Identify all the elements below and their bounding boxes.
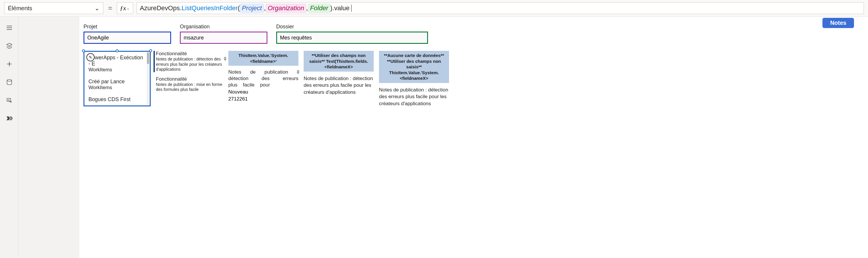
list-item[interactable]: Fonctionnalité Notes de publication : dé… [156, 51, 223, 72]
chevron-down-icon: ⌄ [95, 5, 99, 12]
property-selector[interactable]: Éléments ⌄ [4, 2, 103, 14]
scroll-arrows[interactable] [297, 70, 299, 74]
fx-button[interactable]: ƒx ⌄ [117, 2, 133, 14]
org-field-group: Organisation msazure [180, 24, 268, 44]
gallery-item-title: Bogues CDS First [89, 96, 146, 103]
param-project: Project [240, 4, 264, 12]
folder-label: Dossier [276, 24, 428, 30]
chevron-down-icon: ⌄ [126, 6, 130, 10]
org-label: Organisation [180, 24, 268, 30]
formula-input[interactable]: AzureDevOps.ListQueriesInFolder(Project,… [137, 2, 864, 14]
detail-text: Notes de publication : détection des err… [304, 75, 374, 96]
folder-field-group: Dossier Mes requêtes [276, 24, 428, 44]
status-text: Nouveau [228, 89, 299, 95]
data-icon[interactable] [5, 78, 13, 86]
list-item-sub: Notes de publication : détection des err… [156, 57, 223, 72]
fields-row: Projet OneAgile Organisation msazure Dos… [82, 24, 866, 44]
folder-input[interactable]: Mes requêtes [276, 32, 428, 44]
formula-namespace: AzureDevOps [140, 4, 180, 12]
canvas-area: Notes Projet OneAgile Organisation msazu… [19, 17, 868, 258]
gallery-item-sub: WorkItems [89, 85, 146, 91]
scrollbar-thumb[interactable] [147, 52, 149, 64]
fx-icon: ƒx [120, 4, 126, 12]
list-item-sub: Notes de publication : mise en forme des… [156, 82, 223, 92]
flows-icon[interactable] [5, 114, 13, 122]
tree-view-icon[interactable] [5, 42, 13, 50]
insert-icon[interactable] [5, 60, 13, 68]
gallery-item-sub: WorkItems [89, 67, 146, 73]
formula-bar-row: Éléments ⌄ = ƒx ⌄ AzureDevOps.ListQuerie… [0, 0, 868, 17]
workitems-list: Fonctionnalité Notes de publication : dé… [156, 51, 223, 107]
gallery-item-title: PowerApps - Exécution - E [89, 55, 146, 67]
text-cursor [351, 5, 351, 12]
svg-point-5 [7, 80, 12, 81]
col-header: **Aucune carte de données** **Utiliser d… [379, 51, 449, 83]
edit-icon[interactable]: ✎ [86, 53, 95, 61]
col-header: **Utiliser des champs non saisis** Text(… [304, 51, 374, 71]
resize-handle[interactable] [149, 49, 152, 52]
col-header: ThisItem.Value.'System.<fieldname>' [228, 51, 299, 66]
project-input[interactable]: OneAgile [84, 32, 171, 44]
detail-col-2: **Utiliser des champs non saisis** Text(… [304, 51, 374, 107]
project-field-group: Projet OneAgile [84, 24, 171, 44]
hamburger-icon[interactable] [5, 24, 13, 32]
resize-handle[interactable] [82, 49, 85, 52]
gallery-item[interactable]: Créé par Lance WorkItems [84, 76, 150, 93]
detail-text: Notes de publication : détection des err… [228, 69, 299, 88]
scroll-arrows[interactable] [224, 57, 226, 61]
detail-col-1: ThisItem.Value.'System.<fieldname>' Note… [228, 51, 299, 107]
selected-gallery-wrap: ✎ PowerApps - Exécution - E WorkItems Cr… [84, 51, 151, 107]
param-org: Organization [266, 4, 306, 12]
property-selector-value: Éléments [8, 5, 32, 12]
org-input[interactable]: msazure [180, 32, 268, 44]
notes-button[interactable]: Notes [823, 18, 854, 28]
media-icon[interactable] [5, 96, 13, 104]
id-text: 2712261 [228, 96, 299, 102]
gallery-item-title: Créé par Lance [89, 79, 146, 85]
detail-text: Notes de publication : détection des err… [379, 86, 449, 107]
list-item-title: Fonctionnalité [156, 76, 223, 82]
formula-suffix: .value [333, 4, 350, 12]
svg-rect-6 [7, 98, 10, 102]
gallery-item[interactable]: Bogues CDS First [84, 93, 150, 106]
formula-function: ListQueriesInFolder [182, 4, 238, 12]
resize-handle[interactable] [116, 49, 119, 52]
project-label: Projet [84, 24, 171, 30]
param-folder: Folder [308, 4, 330, 12]
list-item-title: Fonctionnalité [156, 51, 223, 57]
left-rail [0, 17, 19, 258]
app-body: Notes Projet OneAgile Organisation msazu… [0, 17, 868, 258]
list-item[interactable]: Fonctionnalité Notes de publication : mi… [156, 76, 223, 92]
app-canvas[interactable]: Notes Projet OneAgile Organisation msazu… [80, 17, 868, 258]
selection-bar [154, 51, 155, 72]
equals-sign: = [107, 4, 113, 12]
content-row: ✎ PowerApps - Exécution - E WorkItems Cr… [82, 44, 866, 107]
detail-col-3: **Aucune carte de données** **Utiliser d… [379, 51, 449, 107]
